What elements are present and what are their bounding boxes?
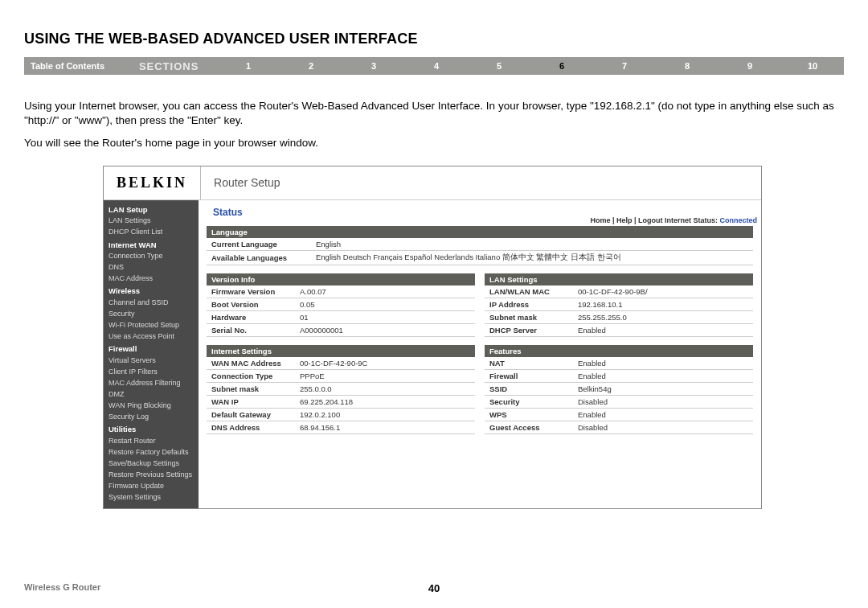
router-setup-label: Router Setup (201, 176, 280, 189)
section-link-3[interactable]: 3 (342, 61, 405, 71)
sidebar-item-firmware-update[interactable]: Firmware Update (104, 481, 199, 492)
row-label: Available Languages (207, 250, 311, 265)
row-label: Hardware (207, 310, 295, 323)
top-links-text[interactable]: Home | Help | Logout Internet Status: (590, 216, 719, 224)
sidebar-item-mac-address-filtering[interactable]: MAC Address Filtering (104, 378, 199, 389)
top-links[interactable]: Home | Help | Logout Internet Status: Co… (590, 216, 757, 224)
section-link-9[interactable]: 9 (719, 61, 781, 71)
row-value: 01 (295, 310, 475, 323)
row-label: IP Address (485, 298, 573, 310)
row-value: A.00.07 (295, 286, 475, 298)
row-value: 68.94.156.1 (295, 421, 475, 433)
row-label: NAT (485, 357, 573, 370)
sidebar-item-client-ip-filters[interactable]: Client IP Filters (104, 367, 199, 378)
footer-product: Wireless G Router (24, 582, 100, 592)
sidebar-item-mac-address[interactable]: MAC Address (104, 273, 199, 285)
sidebar-item-wi-fi-protected-setup[interactable]: Wi-Fi Protected Setup (104, 320, 199, 331)
belkin-logo: BELKIN (104, 166, 201, 199)
row-label: Current Language (207, 238, 311, 251)
section-nav: Table of Contents SECTIONS 12345678910 (24, 57, 844, 75)
row-label: WPS (485, 408, 573, 421)
sidebar: LAN SetupLAN SettingsDHCP Client ListInt… (104, 200, 199, 509)
row-label: Guest Access (485, 421, 573, 433)
sidebar-head-internet-wan: Internet WAN (104, 239, 199, 252)
row-value: Enabled (573, 357, 753, 370)
row-value: English (311, 238, 753, 251)
sidebar-item-lan-settings[interactable]: LAN Settings (104, 216, 199, 227)
internet-header: Internet Settings (207, 345, 475, 357)
sidebar-item-channel-and-ssid[interactable]: Channel and SSID (104, 298, 199, 309)
row-label: DHCP Server (485, 323, 573, 336)
lan-table: LAN Settings LAN/WLAN MAC00-1C-DF-42-90-… (485, 273, 753, 337)
row-label: Connection Type (207, 369, 295, 382)
sidebar-item-save-backup-settings[interactable]: Save/Backup Settings (104, 458, 199, 470)
row-value: English Deutsch Français Español Nederla… (311, 250, 753, 265)
sidebar-item-security[interactable]: Security (104, 309, 199, 320)
row-label: LAN/WLAN MAC (485, 286, 573, 298)
row-value: Enabled (573, 323, 753, 336)
row-label: WAN IP (207, 395, 295, 408)
page-footer: Wireless G Router 40 (24, 582, 844, 592)
router-screenshot: BELKIN Router Setup Home | Help | Logout… (103, 166, 762, 510)
lan-header: LAN Settings (485, 273, 753, 286)
version-table: Version Info Firmware VersionA.00.07Boot… (207, 273, 475, 337)
sidebar-item-virtual-servers[interactable]: Virtual Servers (104, 355, 199, 367)
toc-link[interactable]: Table of Contents (24, 61, 139, 71)
section-link-5[interactable]: 5 (468, 61, 530, 71)
row-value: PPPoE (295, 369, 475, 382)
sidebar-head-wireless: Wireless (104, 285, 199, 298)
sidebar-head-utilities: Utilities (104, 423, 199, 436)
page-title: USING THE WEB-BASED ADVANCED USER INTERF… (0, 0, 868, 57)
sidebar-item-dmz[interactable]: DMZ (104, 389, 199, 401)
row-value: 255.255.255.0 (573, 310, 753, 323)
row-value: Belkin54g (573, 382, 753, 395)
row-label: SSID (485, 382, 573, 395)
section-link-1[interactable]: 1 (217, 61, 280, 71)
row-value: Disabled (573, 421, 753, 433)
row-value: 00-1C-DF-42-90-9B/ (573, 286, 753, 298)
version-header: Version Info (207, 273, 475, 286)
row-label: Subnet mask (207, 382, 295, 395)
sidebar-item-use-as-access-point[interactable]: Use as Access Point (104, 331, 199, 343)
sidebar-item-restore-factory-defaults[interactable]: Restore Factory Defaults (104, 447, 199, 458)
language-table: Language Current LanguageEnglishAvailabl… (207, 226, 753, 265)
section-link-7[interactable]: 7 (593, 61, 656, 71)
row-value: Disabled (573, 395, 753, 408)
row-label: Boot Version (207, 298, 295, 310)
section-link-4[interactable]: 4 (405, 61, 468, 71)
row-value: 0.05 (295, 298, 475, 310)
sidebar-item-restart-router[interactable]: Restart Router (104, 436, 199, 447)
features-header: Features (485, 345, 753, 357)
sidebar-item-system-settings[interactable]: System Settings (104, 492, 199, 503)
intro-paragraph-1: Using your Internet browser, you can acc… (0, 99, 868, 128)
row-label: Subnet mask (485, 310, 573, 323)
sidebar-item-security-log[interactable]: Security Log (104, 412, 199, 423)
language-header: Language (207, 226, 753, 238)
row-value: 192.168.10.1 (573, 298, 753, 310)
sidebar-head-firewall: Firewall (104, 343, 199, 355)
row-label: Firmware Version (207, 286, 295, 298)
sidebar-item-wan-ping-blocking[interactable]: WAN Ping Blocking (104, 401, 199, 412)
sidebar-item-dhcp-client-list[interactable]: DHCP Client List (104, 227, 199, 238)
row-label: Firewall (485, 369, 573, 382)
sidebar-item-dns[interactable]: DNS (104, 262, 199, 273)
internet-table: Internet Settings WAN MAC Address00-1C-D… (207, 345, 475, 434)
row-label: WAN MAC Address (207, 357, 295, 370)
sidebar-item-restore-previous-settings[interactable]: Restore Previous Settings (104, 470, 199, 481)
row-label: DNS Address (207, 421, 295, 433)
section-link-8[interactable]: 8 (656, 61, 719, 71)
row-label: Serial No. (207, 323, 295, 336)
section-link-10[interactable]: 10 (781, 61, 844, 71)
page-number: 40 (428, 582, 440, 594)
row-value: 255.0.0.0 (295, 382, 475, 395)
intro-paragraph-2: You will see the Router's home page in y… (0, 136, 868, 150)
row-value: Enabled (573, 369, 753, 382)
row-value: A000000001 (295, 323, 475, 336)
status-connected: Connected (719, 216, 757, 224)
section-link-6[interactable]: 6 (530, 61, 593, 71)
sidebar-item-connection-type[interactable]: Connection Type (104, 251, 199, 262)
sections-label: SECTIONS (139, 60, 217, 72)
sidebar-head-lan-setup: LAN Setup (104, 203, 199, 216)
row-label: Default Gateway (207, 408, 295, 421)
section-link-2[interactable]: 2 (280, 61, 342, 71)
